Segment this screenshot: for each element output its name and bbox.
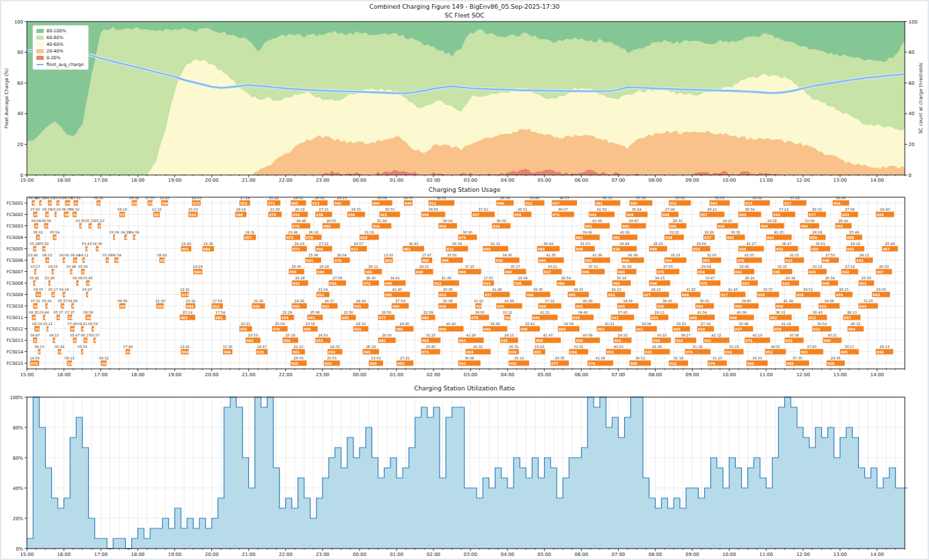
svg-text:05:54: 05:54 — [50, 230, 59, 234]
svg-text:056: 056 — [330, 281, 337, 285]
svg-text:41:58: 41:58 — [597, 207, 607, 211]
svg-text:005: 005 — [703, 258, 710, 262]
util-plot — [27, 397, 908, 549]
svg-text:025: 025 — [240, 327, 248, 331]
svg-text:050: 050 — [505, 270, 512, 274]
svg-text:31:46: 31:46 — [530, 196, 539, 200]
svg-text:03:40: 03:40 — [28, 253, 38, 257]
svg-text:043: 043 — [739, 213, 747, 217]
svg-text:032: 032 — [57, 201, 65, 205]
svg-text:19:00: 19:00 — [168, 178, 182, 183]
svg-text:21:00: 21:00 — [242, 178, 255, 183]
svg-text:41:29: 41:29 — [466, 333, 475, 337]
svg-text:010: 010 — [698, 327, 706, 331]
svg-text:06:54: 06:54 — [112, 253, 121, 257]
svg-text:034: 034 — [98, 201, 105, 205]
svg-text:25:49: 25:49 — [885, 242, 895, 246]
svg-text:100: 100 — [909, 20, 918, 25]
svg-text:30:09: 30:09 — [443, 299, 452, 303]
svg-text:064: 064 — [665, 258, 673, 262]
svg-text:38:58: 38:58 — [428, 207, 438, 211]
svg-text:031: 031 — [34, 213, 41, 217]
svg-text:053: 053 — [397, 361, 405, 365]
svg-text:035: 035 — [534, 350, 541, 354]
svg-text:26:18: 26:18 — [308, 230, 318, 234]
svg-text:20:00: 20:00 — [205, 372, 218, 378]
svg-text:01:00: 01:00 — [390, 178, 403, 183]
svg-text:15:30: 15:30 — [223, 345, 232, 349]
svg-text:074: 074 — [459, 236, 467, 240]
svg-text:11:00: 11:00 — [759, 372, 773, 378]
svg-text:066: 066 — [613, 281, 621, 285]
svg-text:28:13: 28:13 — [880, 345, 889, 349]
svg-text:075: 075 — [293, 224, 300, 228]
svg-text:007: 007 — [63, 258, 71, 262]
svg-text:37:40: 37:40 — [806, 345, 816, 349]
svg-text:14:29: 14:29 — [193, 265, 202, 269]
svg-text:13:00: 13:00 — [833, 372, 847, 378]
svg-text:038: 038 — [665, 236, 673, 240]
svg-text:041: 041 — [90, 224, 97, 228]
svg-text:080: 080 — [323, 224, 331, 228]
svg-text:19:23: 19:23 — [535, 345, 544, 349]
svg-text:025: 025 — [645, 350, 652, 354]
svg-text:046: 046 — [252, 304, 260, 308]
svg-text:027: 027 — [704, 236, 712, 240]
svg-text:06:35: 06:35 — [94, 196, 103, 200]
svg-text:41:05: 41:05 — [745, 253, 754, 257]
svg-text:037: 037 — [844, 316, 852, 320]
svg-text:017: 017 — [59, 350, 66, 354]
svg-text:036: 036 — [739, 247, 747, 251]
svg-text:007: 007 — [35, 270, 42, 274]
svg-text:31:09: 31:09 — [804, 219, 814, 223]
svg-text:041: 041 — [704, 339, 712, 343]
svg-text:29:08: 29:08 — [701, 265, 711, 269]
svg-text:03:44: 03:44 — [42, 299, 51, 303]
svg-text:25:00: 25:00 — [291, 265, 301, 269]
svg-text:028: 028 — [514, 281, 522, 285]
svg-text:013: 013 — [434, 281, 442, 285]
svg-text:39:02: 39:02 — [767, 219, 777, 223]
svg-text:074: 074 — [686, 350, 693, 354]
svg-text:05:17: 05:17 — [48, 287, 58, 291]
svg-text:0: 0 — [20, 173, 23, 178]
svg-text:002: 002 — [74, 258, 81, 262]
svg-text:14:03: 14:03 — [191, 196, 201, 200]
svg-text:029: 029 — [836, 293, 844, 297]
svg-text:15:00: 15:00 — [20, 372, 34, 378]
svg-text:009: 009 — [86, 316, 94, 320]
svg-text:03:57: 03:57 — [90, 333, 99, 337]
svg-text:07:00: 07:00 — [611, 372, 625, 378]
svg-text:29:20: 29:20 — [653, 242, 662, 246]
svg-text:27:14: 27:14 — [701, 322, 710, 326]
svg-text:043: 043 — [801, 350, 808, 354]
svg-text:33:06: 33:06 — [377, 196, 386, 200]
svg-text:34:15: 34:15 — [574, 287, 583, 291]
svg-text:11:00: 11:00 — [759, 178, 773, 183]
svg-text:036: 036 — [348, 213, 355, 217]
svg-text:04:00: 04:00 — [501, 372, 514, 378]
svg-text:03:17: 03:17 — [30, 265, 40, 269]
svg-text:012: 012 — [127, 350, 134, 354]
svg-text:048: 048 — [823, 258, 830, 262]
svg-text:40:40: 40:40 — [446, 322, 456, 326]
svg-text:60: 60 — [18, 81, 24, 86]
svg-text:008: 008 — [43, 247, 50, 251]
svg-text:34:41: 34:41 — [390, 276, 399, 280]
svg-text:013: 013 — [77, 281, 84, 285]
svg-text:052: 052 — [608, 293, 615, 297]
svg-text:08:54: 08:54 — [32, 322, 42, 326]
svg-text:05:47: 05:47 — [70, 333, 79, 337]
svg-text:FCS012: FCS012 — [7, 326, 24, 332]
svg-text:FCS007: FCS007 — [7, 269, 24, 275]
svg-text:10:12: 10:12 — [503, 310, 512, 314]
svg-text:08:58: 08:58 — [83, 310, 93, 314]
svg-text:057: 057 — [700, 213, 708, 217]
svg-text:39:35: 39:35 — [533, 287, 543, 291]
svg-text:034: 034 — [718, 224, 725, 228]
svg-text:41:38: 41:38 — [442, 276, 451, 280]
svg-text:34:39: 34:39 — [642, 322, 651, 326]
svg-text:10:00: 10:00 — [722, 372, 736, 378]
svg-text:41:11: 41:11 — [603, 196, 612, 200]
svg-text:31:18: 31:18 — [674, 356, 683, 360]
